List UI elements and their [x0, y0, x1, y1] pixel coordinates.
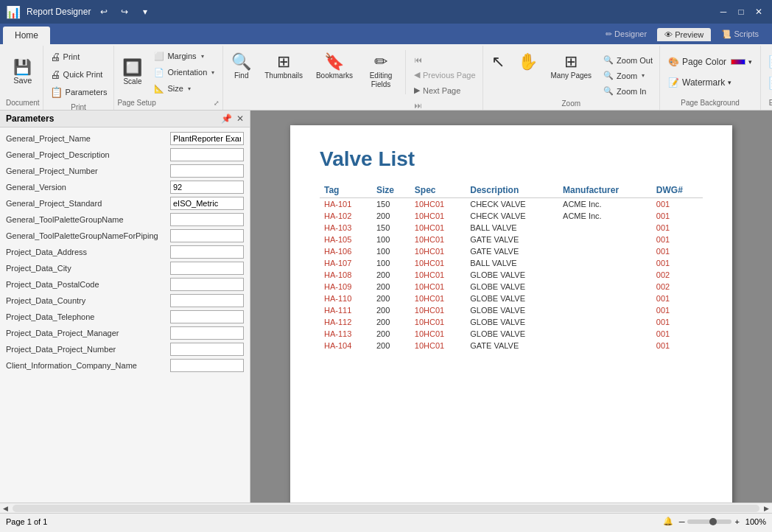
ribbon-group-zoom: ↖ ✋ ⊞ Many Pages 🔍 Zoom Out 🔍 Zoom ▾ — [483, 46, 661, 110]
previous-page-button[interactable]: ◀ Previous Page — [410, 68, 480, 82]
param-input-general-project-description[interactable] — [170, 148, 244, 161]
cursor-button[interactable]: ↖ — [486, 50, 510, 74]
param-label-project-data-postal: Project_Data_PostalCode — [6, 280, 167, 289]
page-info: Page 1 of 1 — [6, 517, 47, 526]
ribbon-group-print: 🖨 Print 🖨 Quick Print 📋 Parameters Print — [43, 46, 115, 110]
table-cell: 10HC01 — [410, 328, 466, 340]
param-input-general-tool-palette-piping[interactable] — [170, 229, 244, 242]
table-cell: GLOBE VALVE — [466, 316, 558, 328]
export-pdf2-button[interactable]: 📄 ▾ — [764, 74, 772, 92]
zoom-slider[interactable] — [687, 519, 731, 524]
quick-print-button[interactable]: 🖨 Quick Print — [46, 66, 111, 83]
size-dropdown-arrow[interactable]: ▾ — [186, 84, 192, 94]
report-table: Tag Size Spec Description Manufacturer D… — [320, 183, 703, 351]
find-button[interactable]: 🔍 Find — [226, 50, 256, 83]
table-cell: 150 — [372, 222, 410, 234]
zoom-bar[interactable]: ─ + — [679, 517, 740, 526]
param-label-project-data-manager: Project_Data_Project_Manager — [6, 329, 167, 337]
param-label-general-project-standard: General_Project_Standard — [6, 199, 167, 208]
param-input-general-project-number[interactable] — [170, 164, 244, 178]
zoom-thumb[interactable] — [709, 518, 717, 525]
preview-icon: 👁 — [664, 30, 673, 39]
param-input-project-data-manager[interactable] — [170, 326, 244, 340]
size-button[interactable]: 📐 Size ▾ — [150, 82, 195, 96]
param-input-general-tool-palette[interactable] — [170, 213, 244, 226]
table-cell: HA-103 — [320, 222, 372, 234]
table-cell: CHECK VALVE — [466, 198, 558, 211]
tab-preview[interactable]: 👁 Preview — [657, 28, 711, 41]
tab-designer[interactable]: ✏ Designer — [598, 27, 654, 41]
watermark-button[interactable]: 📝 Watermark ▾ — [663, 74, 757, 91]
table-cell: ACME Inc. — [558, 210, 652, 222]
param-label-general-project-name: General_Project_Name — [6, 134, 167, 143]
zoom-plus-btn[interactable]: + — [734, 517, 739, 526]
table-cell — [558, 293, 652, 304]
orientation-dropdown-arrow[interactable]: ▾ — [210, 68, 216, 77]
param-label-project-data-city: Project_Data_City — [6, 264, 167, 273]
margins-button[interactable]: ⬜ Margins ▾ — [150, 49, 208, 63]
table-cell: BALL VALVE — [466, 257, 558, 269]
previous-page-icon: ◀ — [414, 70, 420, 80]
watermark-dropdown[interactable]: ▾ — [728, 79, 731, 86]
parameters-panel: Parameters 📌 ✕ General_Project_NameGener… — [0, 111, 250, 503]
hscroll-track[interactable] — [13, 505, 759, 512]
thumbnails-button[interactable]: ⊞ Thumbnails — [259, 50, 308, 83]
undo-button[interactable]: ↩ — [96, 4, 111, 19]
scale-button[interactable]: 🔲 Scale — [117, 56, 147, 89]
param-input-project-data-address[interactable] — [170, 245, 244, 259]
report-canvas-area[interactable]: Valve List Tag Size Spec Description Man… — [250, 111, 772, 503]
hand-button[interactable]: ✋ — [513, 50, 543, 74]
param-input-project-data-number[interactable] — [170, 343, 244, 356]
table-row: HA-10315010HC01BALL VALVE001 — [320, 222, 703, 234]
param-input-project-data-postal[interactable] — [170, 278, 244, 291]
page-setup-expand-icon[interactable]: ⤢ — [214, 99, 220, 107]
parameters-button[interactable]: 📋 Parameters — [46, 84, 111, 100]
zoom-out-button[interactable]: 🔍 Zoom Out — [600, 53, 656, 67]
page-color-button[interactable]: 🎨 Page Color ▾ — [663, 53, 757, 71]
param-input-general-version[interactable] — [170, 181, 244, 194]
editing-fields-button[interactable]: ✏ Editing Fields — [361, 50, 401, 93]
horizontal-scrollbar[interactable]: ◀ ▶ — [0, 503, 772, 513]
export-pdf-button[interactable]: 📄 ▾ — [764, 52, 772, 71]
bookmarks-button[interactable]: 🔖 Bookmarks — [311, 50, 358, 83]
parameters-header: Parameters 📌 ✕ — [0, 111, 250, 127]
zoom-minus-btn[interactable]: ─ — [679, 517, 685, 526]
zoom-dropdown-button[interactable]: 🔍 Zoom ▾ — [600, 69, 656, 83]
tab-home[interactable]: Home — [3, 27, 50, 44]
first-page-button[interactable]: ⏮ — [410, 53, 480, 66]
param-label-project-data-country: Project_Data_Country — [6, 296, 167, 305]
margins-dropdown-arrow[interactable]: ▾ — [200, 52, 206, 61]
first-page-icon: ⏮ — [414, 55, 422, 64]
param-input-client-company-name[interactable] — [170, 359, 244, 372]
param-input-general-project-standard[interactable] — [170, 197, 244, 210]
param-input-project-data-telephone[interactable] — [170, 310, 244, 323]
params-close-button[interactable]: ✕ — [236, 113, 244, 124]
table-cell: 10HC01 — [410, 198, 466, 211]
hscroll-left-arrow[interactable]: ◀ — [0, 505, 11, 512]
quick-access-dropdown[interactable]: ▾ — [138, 4, 152, 19]
table-cell: 10HC01 — [410, 293, 466, 304]
parameters-icon: 📋 — [50, 86, 63, 98]
page-color-dropdown[interactable]: ▾ — [748, 58, 752, 66]
redo-button[interactable]: ↪ — [117, 4, 132, 19]
restore-button[interactable]: □ — [734, 4, 748, 19]
params-pin-button[interactable]: 📌 — [221, 113, 232, 124]
zoom-dropdown-arrow[interactable]: ▾ — [640, 71, 646, 80]
param-input-general-project-name[interactable] — [170, 132, 244, 145]
many-pages-button[interactable]: ⊞ Many Pages — [546, 50, 597, 83]
param-input-project-data-city[interactable] — [170, 262, 244, 275]
minimize-button[interactable]: ─ — [716, 4, 731, 19]
next-page-button[interactable]: ▶ Next Page — [410, 83, 480, 97]
param-input-project-data-country[interactable] — [170, 294, 244, 307]
zoom-out-icon: 🔍 — [603, 55, 614, 65]
orientation-button[interactable]: 📄 Orientation ▾ — [150, 66, 220, 80]
ribbon-group-document: 💾 Save Document — [3, 46, 43, 110]
save-button[interactable]: 💾 Save — [8, 56, 38, 88]
margins-icon: ⬜ — [154, 52, 164, 61]
hscroll-right-arrow[interactable]: ▶ — [761, 505, 772, 512]
close-button[interactable]: ✕ — [751, 4, 766, 19]
zoom-in-button[interactable]: 🔍 Zoom In — [600, 84, 656, 98]
tab-scripts[interactable]: 📜 Scripts — [714, 27, 766, 41]
print-button[interactable]: 🖨 Print — [46, 49, 111, 65]
save-icon: 💾 — [13, 60, 32, 74]
